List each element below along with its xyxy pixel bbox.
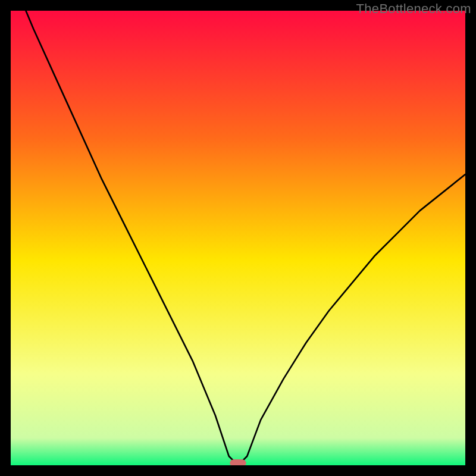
gradient-background (11, 11, 465, 465)
chart-svg (11, 11, 465, 465)
chart-frame: TheBottleneck.com (0, 0, 476, 476)
marker (230, 459, 246, 465)
plot-area (11, 11, 465, 465)
